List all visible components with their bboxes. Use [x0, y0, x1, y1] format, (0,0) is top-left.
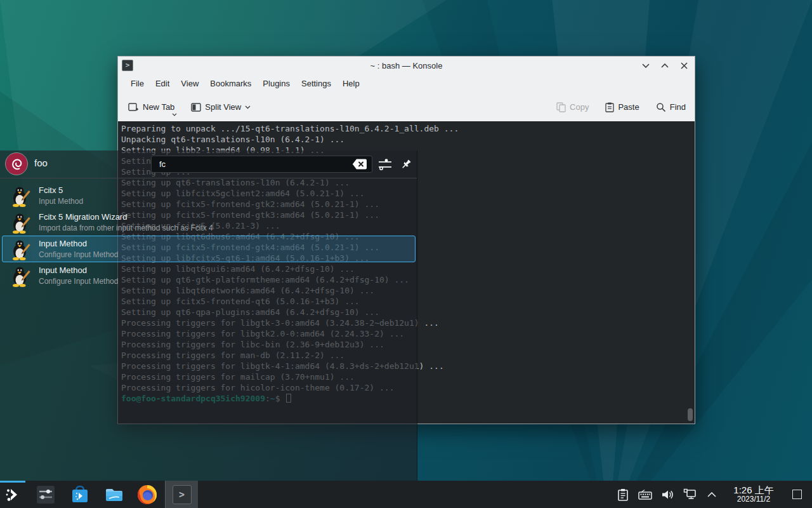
- search-result-item[interactable]: Input Method Configure Input Method: [2, 262, 416, 289]
- clock-time: 1:26 上午: [730, 485, 778, 495]
- menu-edit[interactable]: Edit: [150, 79, 175, 88]
- launcher-header: foo fc: [0, 150, 417, 178]
- pin-icon: [400, 158, 412, 171]
- terminal-scrollbar[interactable]: [688, 408, 693, 421]
- close-icon: [681, 62, 688, 69]
- result-subtitle: Configure Input Method: [39, 277, 118, 286]
- dolphin-icon: [104, 485, 124, 505]
- find-icon: [656, 102, 666, 112]
- split-view-button[interactable]: Split View: [191, 102, 251, 112]
- discover-button[interactable]: [69, 483, 91, 506]
- terminal-line: Preparing to unpack .../15-qt6-translati…: [121, 123, 459, 134]
- network-icon: [683, 488, 697, 500]
- result-subtitle: Input Method: [39, 197, 83, 206]
- search-result-item[interactable]: Input Method Configure Input Method: [2, 236, 416, 262]
- chevron-down-icon: [245, 105, 251, 109]
- clock-date: 2023/11/2: [730, 495, 778, 504]
- fcitx-penguin-icon: [11, 239, 31, 260]
- result-subtitle: Configure Input Method: [39, 250, 118, 259]
- search-input[interactable]: fc: [151, 156, 372, 173]
- toolbar: New Tab Split View Copy: [118, 93, 695, 121]
- copy-icon: [556, 102, 566, 112]
- paste-button[interactable]: Paste: [605, 102, 639, 112]
- konsole-task-button[interactable]: >: [165, 481, 198, 508]
- fcitx-penguin-icon: [11, 265, 31, 287]
- volume-icon: [661, 489, 674, 500]
- maximize-button[interactable]: [660, 61, 669, 70]
- chevron-down-icon: [172, 113, 177, 116]
- network-tray-button[interactable]: [683, 488, 697, 502]
- paste-icon: [605, 102, 614, 112]
- filter-button[interactable]: [377, 157, 393, 172]
- system-settings-button[interactable]: [34, 483, 57, 506]
- new-tab-icon: [128, 102, 139, 112]
- konsole-icon: >: [122, 60, 133, 71]
- split-view-icon: [191, 103, 201, 112]
- kde-launcher-icon: [4, 486, 21, 503]
- clear-search-icon[interactable]: [352, 159, 367, 170]
- terminal-line: Unpacking qt6-translations-l10n (6.4.2-1…: [121, 134, 459, 145]
- new-tab-button[interactable]: New Tab: [128, 102, 174, 112]
- digital-clock[interactable]: 1:26 上午 2023/11/2: [730, 485, 778, 504]
- search-value: fc: [152, 159, 352, 169]
- expand-tray-icon: [707, 492, 716, 497]
- system-settings-icon: [36, 485, 56, 505]
- expand-tray-button[interactable]: [705, 488, 719, 502]
- menubar: File Edit View Bookmarks Plugins Setting…: [118, 74, 695, 93]
- result-title: Input Method: [39, 265, 87, 275]
- application-launcher-panel: foo fc: [0, 150, 417, 481]
- search-result-item[interactable]: Fcitx 5 Input Method: [2, 182, 416, 209]
- header-separator: [0, 178, 417, 178]
- discover-icon: [70, 485, 90, 505]
- debian-avatar-icon: [5, 152, 28, 175]
- result-title: Fcitx 5: [39, 185, 63, 195]
- minimize-icon: [642, 63, 650, 68]
- firefox-button[interactable]: [136, 483, 159, 506]
- menu-view[interactable]: View: [175, 79, 204, 88]
- firefox-icon: [136, 484, 158, 505]
- copy-button[interactable]: Copy: [556, 102, 589, 112]
- filter-icon: [378, 159, 392, 170]
- window-title: ~ : bash — Konsole: [118, 61, 695, 70]
- keyboard-icon: [638, 490, 652, 500]
- result-title: Fcitx 5 Migration Wizard: [39, 212, 127, 222]
- fcitx-penguin-icon: [11, 185, 31, 207]
- find-button[interactable]: Find: [656, 102, 686, 112]
- menu-file[interactable]: File: [125, 79, 150, 88]
- taskbar: >: [0, 481, 812, 508]
- window-titlebar[interactable]: > ~ : bash — Konsole: [118, 57, 695, 74]
- menu-settings[interactable]: Settings: [296, 79, 337, 88]
- user-name: foo: [34, 157, 48, 168]
- pin-button[interactable]: [398, 157, 414, 172]
- fcitx-penguin-icon: [11, 212, 31, 234]
- system-tray: 1:26 上午 2023/11/2: [616, 485, 812, 504]
- clipboard-tray-button[interactable]: [616, 488, 630, 502]
- close-button[interactable]: [679, 61, 688, 70]
- konsole-icon: >: [173, 485, 192, 504]
- result-subtitle: Import data from other input method such…: [39, 224, 213, 232]
- file-manager-button[interactable]: [103, 483, 126, 506]
- keyboard-tray-button[interactable]: [638, 488, 652, 502]
- menu-plugins[interactable]: Plugins: [257, 79, 296, 88]
- menu-bookmarks[interactable]: Bookmarks: [204, 79, 257, 88]
- clipboard-icon: [617, 488, 629, 501]
- maximize-icon: [661, 63, 669, 68]
- result-title: Input Method: [39, 239, 87, 248]
- volume-tray-button[interactable]: [660, 488, 674, 502]
- show-desktop-button[interactable]: [792, 490, 802, 499]
- search-result-item[interactable]: Fcitx 5 Migration Wizard Import data fro…: [2, 209, 416, 236]
- application-launcher-button[interactable]: [0, 481, 25, 508]
- minimize-button[interactable]: [641, 61, 650, 70]
- menu-help[interactable]: Help: [337, 79, 365, 88]
